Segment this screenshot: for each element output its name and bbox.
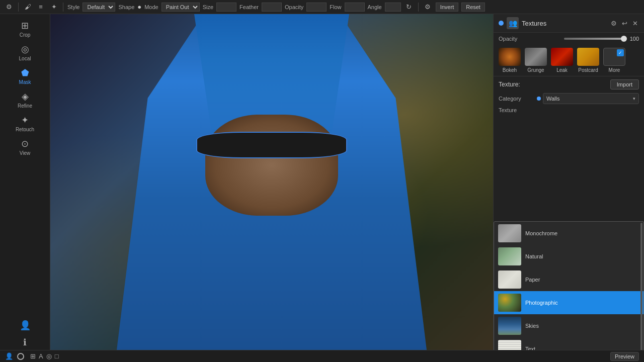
reset-button[interactable]: Reset: [461, 3, 485, 12]
shape-circle-icon: ●: [137, 3, 141, 11]
text-icon[interactable]: A: [39, 352, 43, 360]
preset-bokeh-thumb: [499, 48, 521, 66]
angle-icon[interactable]: ↻: [404, 2, 414, 12]
dropdown-item-skies[interactable]: Skies: [494, 314, 643, 337]
panel-title: Textures: [522, 20, 607, 27]
category-param-label: Category: [499, 96, 534, 102]
dropdown-label-monochrome: Monochrome: [525, 230, 557, 236]
feather-input[interactable]: 100: [262, 3, 282, 12]
texture-section-label: Texture:: [499, 81, 520, 88]
mode-select[interactable]: Paint Out: [162, 3, 200, 12]
opacity-slider[interactable]: [564, 38, 625, 40]
chevron-down-icon: ▾: [633, 96, 635, 101]
sidebar-item-view[interactable]: ⊙ View: [7, 136, 43, 158]
category-row: Category Walls ▾: [494, 92, 644, 106]
panel-header: 👥 Textures ⚙ ↩ ✕: [494, 14, 644, 33]
dropdown-item-monochrome[interactable]: Monochrome: [494, 222, 643, 245]
square-icon[interactable]: □: [55, 352, 59, 360]
preview-button[interactable]: Preview: [610, 352, 639, 361]
preset-postcard-thumb: [577, 48, 599, 66]
top-toolbar: ⚙ 🖌 ≡ ✦ Style Default Shape ● Mode Paint…: [0, 0, 644, 14]
texture-row-wrapper: Texture Monochrome Natural Paper: [494, 106, 644, 115]
view-label: View: [20, 150, 31, 156]
preset-grunge[interactable]: Grunge: [525, 48, 547, 73]
sidebar-item-person[interactable]: 👤: [7, 318, 43, 333]
dropdown-item-text[interactable]: Text: [494, 337, 643, 350]
bottom-person-icon[interactable]: 👤: [5, 352, 13, 360]
invert-button[interactable]: Invert: [436, 3, 459, 12]
dropdown-overlay: Monochrome Natural Paper Photographic: [494, 221, 644, 350]
mode-label: Mode: [144, 4, 158, 10]
grid-icon[interactable]: ⊞: [30, 352, 36, 360]
sidebar-item-local[interactable]: ◎ Local: [7, 42, 43, 63]
sidebar-item-info[interactable]: ℹ: [7, 335, 43, 350]
texture-presets-row: Bokeh Grunge Leak Postcard ✓ More: [494, 45, 644, 76]
mask-label: Mask: [19, 79, 31, 85]
size-input[interactable]: 1200: [216, 3, 236, 12]
gear-toolbar-icon[interactable]: ⚙: [423, 2, 433, 12]
category-dot: [537, 97, 541, 101]
category-select-text: Walls: [546, 96, 559, 102]
dropdown-scrollbar[interactable]: [640, 223, 642, 350]
dropdown-label-text: Text: [525, 346, 535, 350]
dropdown-thumb-skies: [498, 317, 521, 335]
app-logo-icon[interactable]: ⚙: [4, 2, 14, 12]
refine-icon: ◈: [22, 91, 29, 102]
sidebar-item-crop[interactable]: ⊞ Crop: [7, 18, 43, 40]
panel-undo-icon[interactable]: ↩: [621, 19, 628, 28]
right-panel: 👥 Textures ⚙ ↩ ✕ Opacity 100 Bokeh Grung…: [493, 14, 644, 350]
preset-leak-label: Leak: [556, 67, 568, 73]
panel-active-dot: [499, 21, 504, 26]
dropdown-thumb-monochrome: [498, 224, 521, 242]
preset-leak[interactable]: Leak: [551, 48, 573, 73]
dropdown-label-paper: Paper: [525, 277, 540, 283]
style-select[interactable]: Default: [83, 3, 115, 12]
dropdown-thumb-text: [498, 340, 521, 350]
dropdown-thumb-natural: [498, 247, 521, 265]
opacity-label: Opacity: [285, 4, 303, 10]
info-icon: ℹ: [23, 337, 27, 348]
opacity-row: Opacity 100: [494, 33, 644, 45]
angle-input[interactable]: 0: [385, 3, 401, 12]
main-canvas[interactable]: [50, 14, 493, 350]
dropdown-item-photographic[interactable]: Photographic: [494, 291, 643, 314]
category-select[interactable]: Walls ▾: [543, 93, 639, 104]
panel-close-icon[interactable]: ✕: [631, 19, 639, 28]
angle-label: Angle: [368, 4, 382, 10]
size-label: Size: [203, 4, 213, 10]
bottom-circle-btn[interactable]: [17, 353, 24, 360]
dropdown-item-natural[interactable]: Natural: [494, 245, 643, 268]
flow-input[interactable]: 100: [345, 3, 365, 12]
preset-bokeh-label: Bokeh: [503, 67, 517, 73]
preset-more-thumb: ✓: [603, 48, 625, 66]
opacity-row-value: 100: [630, 36, 639, 42]
textures-panel-icon: 👥: [507, 17, 519, 29]
dropdown-item-paper[interactable]: Paper: [494, 268, 643, 291]
texture-header-row: Texture: Import: [494, 76, 644, 92]
dropdown-label-skies: Skies: [525, 323, 539, 329]
sidebar-item-retouch[interactable]: ✦ Retouch: [7, 113, 43, 134]
circle-icon[interactable]: ◎: [46, 352, 52, 360]
panel-settings-icon[interactable]: ⚙: [610, 19, 618, 28]
brush-icon[interactable]: 🖌: [23, 2, 33, 12]
align-icon[interactable]: ≡: [36, 2, 46, 12]
settings-small-icon[interactable]: ✦: [49, 2, 59, 12]
import-button[interactable]: Import: [610, 79, 639, 89]
texture-param-label: Texture: [499, 107, 534, 113]
preset-postcard[interactable]: Postcard: [577, 48, 599, 73]
separator-2: [63, 3, 63, 12]
mask-icon: ⬟: [21, 67, 29, 78]
dropdown-label-photographic: Photographic: [525, 300, 558, 306]
shape-label: Shape: [118, 4, 134, 10]
preset-bokeh[interactable]: Bokeh: [499, 48, 521, 73]
preset-postcard-label: Postcard: [578, 67, 598, 73]
texture-row: Texture: [494, 106, 644, 115]
preset-grunge-thumb: [525, 48, 547, 66]
opacity-input[interactable]: 100: [306, 3, 327, 12]
sidebar-item-mask[interactable]: ⬟ Mask: [7, 65, 43, 87]
preset-more[interactable]: ✓ More: [603, 48, 625, 73]
bottom-view-icons: ⊞ A ◎ □: [30, 352, 59, 360]
separator-1: [18, 3, 19, 12]
sidebar-item-refine[interactable]: ◈ Refine: [7, 89, 43, 111]
bottom-bar: 👤 ⊞ A ◎ □ Preview: [0, 350, 644, 362]
